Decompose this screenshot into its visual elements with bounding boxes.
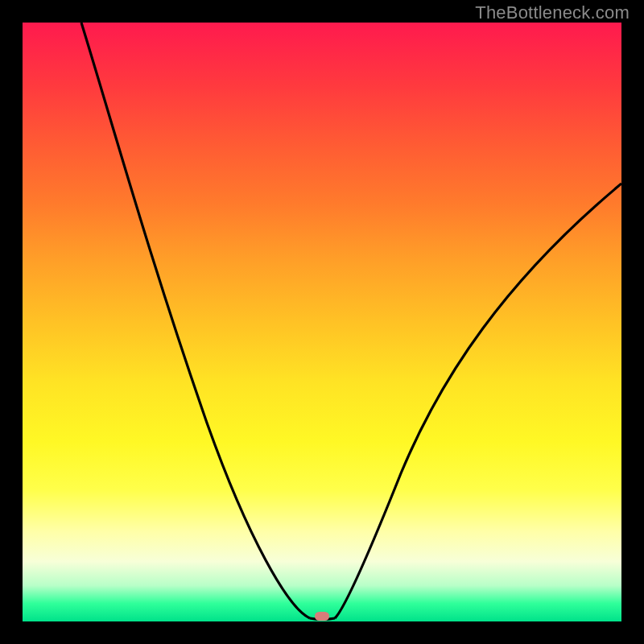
curve-right-branch <box>335 184 621 618</box>
plot-area <box>23 23 621 621</box>
chart-frame: TheBottleneck.com <box>0 0 644 644</box>
watermark-text: TheBottleneck.com <box>475 2 630 23</box>
curve-left-branch <box>81 23 310 618</box>
optimum-marker <box>315 612 329 621</box>
bottleneck-curve <box>23 23 621 621</box>
